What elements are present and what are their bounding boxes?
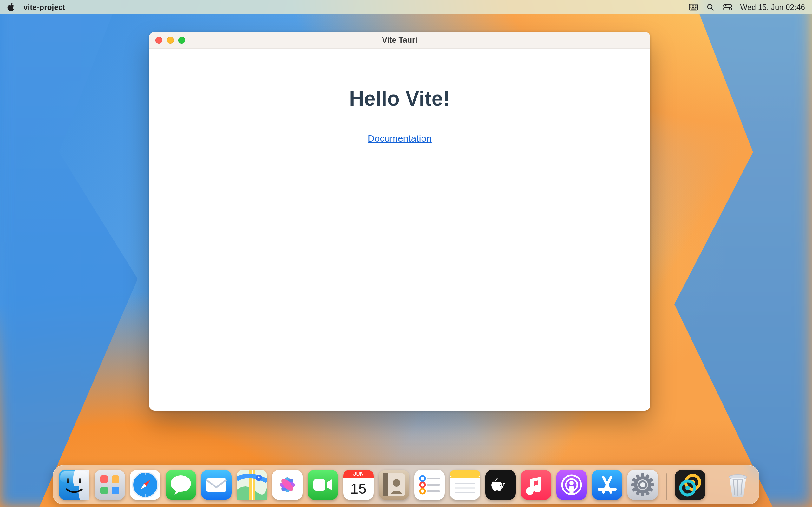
svg-rect-5 (690, 7, 691, 8)
page-heading: Hello Vite! (149, 87, 650, 110)
documentation-link[interactable]: Documentation (368, 133, 432, 144)
svg-rect-18 (79, 478, 81, 483)
svg-rect-48 (383, 473, 388, 496)
svg-point-64 (569, 481, 574, 485)
menubar-app-name[interactable]: vite-project (23, 3, 65, 12)
svg-rect-57 (450, 476, 480, 478)
app-window: Vite Tauri Hello Vite! Documentation (149, 32, 650, 411)
svg-rect-17 (67, 478, 69, 483)
svg-rect-4 (695, 5, 696, 6)
svg-rect-2 (692, 5, 693, 6)
dock-system-settings-icon[interactable] (627, 469, 658, 500)
window-titlebar[interactable]: Vite Tauri (149, 32, 650, 49)
svg-point-31 (171, 475, 191, 492)
svg-rect-3 (693, 5, 694, 6)
dock-separator (666, 473, 667, 500)
dock-music-icon[interactable] (521, 469, 551, 500)
svg-point-75 (686, 486, 690, 490)
dock-podcasts-icon[interactable] (556, 469, 587, 500)
dock: JUN 15 tv (53, 465, 759, 504)
window-zoom-button[interactable] (178, 37, 185, 44)
control-center-icon[interactable] (723, 3, 732, 11)
dock-notes-icon[interactable] (450, 469, 480, 500)
svg-rect-46 (313, 479, 325, 491)
svg-rect-32 (206, 478, 226, 492)
svg-point-13 (725, 5, 726, 6)
svg-rect-22 (112, 487, 119, 494)
dock-maps-icon[interactable] (237, 469, 267, 500)
dock-messages-icon[interactable] (165, 469, 196, 500)
calendar-day-label: 15 (350, 480, 366, 497)
svg-point-15 (728, 8, 730, 9)
calendar-month-label: JUN (353, 470, 364, 477)
dock-appstore-icon[interactable] (592, 469, 622, 500)
apple-menu-icon[interactable] (7, 3, 15, 11)
dock-separator (714, 473, 714, 500)
svg-rect-1 (690, 5, 691, 6)
menubar: vite-project Wed 15. Jun 02:46 (0, 0, 812, 14)
svg-rect-8 (695, 7, 696, 8)
dock-tauri-icon[interactable] (675, 469, 705, 500)
window-minimize-button[interactable] (167, 37, 174, 44)
svg-rect-14 (723, 7, 731, 9)
svg-point-52 (420, 489, 425, 494)
dock-trash-icon[interactable] (722, 469, 753, 500)
dock-appletv-icon[interactable]: tv (485, 469, 516, 500)
dock-reminders-icon[interactable] (414, 469, 445, 500)
svg-point-51 (420, 482, 425, 487)
dock-contacts-icon[interactable] (379, 469, 409, 500)
menubar-datetime[interactable]: Wed 15. Jun 02:46 (740, 3, 805, 12)
dock-mail-icon[interactable] (201, 469, 232, 500)
dock-facetime-icon[interactable] (308, 469, 338, 500)
dock-safari-icon[interactable] (130, 469, 160, 500)
dock-finder-icon[interactable] (59, 469, 90, 500)
svg-rect-21 (100, 487, 108, 494)
keyboard-layout-icon[interactable] (689, 3, 698, 11)
svg-point-71 (640, 482, 645, 487)
svg-line-11 (711, 8, 713, 10)
svg-rect-7 (693, 7, 694, 8)
svg-rect-12 (723, 4, 731, 7)
svg-rect-20 (112, 475, 119, 483)
svg-point-50 (420, 476, 425, 481)
svg-point-49 (393, 479, 400, 487)
spotlight-search-icon[interactable] (706, 3, 715, 11)
svg-rect-19 (100, 475, 108, 483)
dock-launchpad-icon[interactable] (95, 469, 125, 500)
window-title: Vite Tauri (149, 36, 650, 45)
svg-rect-9 (691, 8, 696, 9)
window-close-button[interactable] (155, 37, 162, 44)
svg-rect-6 (692, 7, 693, 8)
dock-photos-icon[interactable] (272, 469, 303, 500)
dock-calendar-icon[interactable]: JUN 15 (343, 469, 374, 500)
